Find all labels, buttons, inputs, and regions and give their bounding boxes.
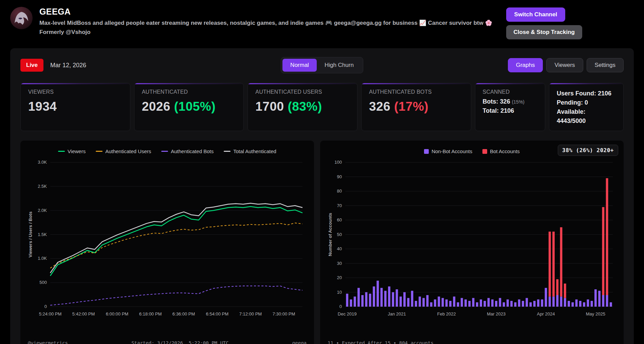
- users-found-line: Users Found: 2106: [557, 89, 616, 98]
- auth-bots-swatch-icon: [161, 151, 168, 152]
- legend-item-viewers[interactable]: Viewers: [58, 148, 86, 154]
- live-badge: Live: [20, 59, 43, 72]
- svg-text:6:00:00 PM: 6:00:00 PM: [106, 311, 129, 316]
- mode-normal-option[interactable]: Normal: [282, 59, 317, 72]
- stats-row: VIEWERS 1934 AUTHENTICATED 2026 (105%) A…: [20, 83, 624, 131]
- stream-date: Mar 12, 2026: [50, 62, 86, 69]
- svg-text:80: 80: [337, 188, 342, 194]
- stat-card-auth-bots: AUTHENTICATED BOTS 326 (17%): [361, 83, 471, 131]
- auth-users-percent: (83%): [288, 99, 322, 113]
- channel-bio-line1: Max-level MidBoss and alleged people eat…: [39, 19, 506, 28]
- toolbar-left: Live Mar 12, 2026: [20, 59, 281, 72]
- stat-card-scanned: SCANNED Bots: 326 (15%) Total: 2106: [475, 83, 545, 131]
- auth-bots-label: AUTHENTICATED BOTS: [369, 89, 463, 95]
- auth-users-number: 1700: [255, 99, 284, 113]
- channel-name: GEEGA: [39, 7, 506, 17]
- auth-users-label: AUTHENTICATED USERS: [255, 89, 350, 95]
- legend-auth-bots-label: Authenticated Bots: [171, 148, 214, 154]
- line-chart-panel: Viewers Authenticated Users Authenticate…: [20, 141, 314, 344]
- account-bar-chart: 0102030405060708090100Dec 2019Jan 2021Fe…: [326, 158, 618, 319]
- auth-users-value: 1700 (83%): [255, 99, 350, 114]
- legend-item-bot[interactable]: Bot Accounts: [482, 148, 520, 154]
- growth-badge: 38% (26%) 2020+: [558, 145, 618, 156]
- svg-text:May 2025: May 2025: [586, 311, 605, 316]
- bot-swatch-icon: [482, 149, 487, 154]
- svg-text:0: 0: [44, 304, 47, 309]
- legend-item-total-auth[interactable]: Total Authenticated: [224, 148, 276, 154]
- scanned-bots-percent: (15%): [512, 99, 525, 105]
- svg-text:6:54:00 PM: 6:54:00 PM: [206, 311, 229, 316]
- stat-card-capacity: Users Found: 2106 Pending: 0 Available: …: [549, 83, 624, 131]
- svg-text:50: 50: [337, 232, 342, 237]
- channel-info: GEEGA Max-level MidBoss and alleged peop…: [39, 7, 506, 36]
- viewers-swatch-icon: [58, 151, 65, 152]
- dashboard-panel: Live Mar 12, 2026 Normal High Churn Grap…: [10, 48, 634, 344]
- viewers-tab-button[interactable]: Viewers: [546, 58, 583, 72]
- svg-text:60: 60: [337, 217, 342, 222]
- svg-text:Number of Accounts: Number of Accounts: [328, 213, 333, 256]
- legend-bot-label: Bot Accounts: [490, 148, 520, 154]
- scanned-total-line: Total: 2106: [483, 106, 537, 115]
- svg-text:10: 10: [337, 290, 342, 295]
- toolbar-right: Graphs Viewers Settings: [363, 58, 624, 72]
- authenticated-value: 2026 (105%): [142, 99, 236, 114]
- svg-text:30: 30: [337, 261, 342, 266]
- svg-text:6:36:00 PM: 6:36:00 PM: [172, 311, 195, 316]
- line-chart-legend: Viewers Authenticated Users Authenticate…: [26, 145, 308, 158]
- svg-text:100: 100: [334, 160, 342, 165]
- available-label-line: Available:: [557, 107, 616, 116]
- svg-text:Feb 2022: Feb 2022: [437, 311, 456, 316]
- svg-text:3.0K: 3.0K: [38, 160, 47, 165]
- legend-auth-users-label: Authenticated Users: [105, 148, 151, 154]
- close-stop-tracking-button[interactable]: Close & Stop Tracking: [506, 25, 582, 39]
- line-chart-footer: @viewermetrics Started: 3/12/2026, 5:22:…: [26, 340, 308, 344]
- stat-card-viewers: VIEWERS 1934: [20, 83, 130, 131]
- svg-text:1.5K: 1.5K: [38, 232, 47, 237]
- bar-footer-stats: 11 • Expected After 15 • 804 accounts: [328, 340, 434, 344]
- legend-item-nonbot[interactable]: Non-Bot Accounts: [424, 148, 472, 154]
- svg-text:Dec 2019: Dec 2019: [338, 311, 357, 316]
- mode-high-churn-option[interactable]: High Churn: [317, 59, 362, 72]
- svg-text:70: 70: [337, 203, 342, 208]
- channel-bio-line2: Formerly @Vshojo: [39, 28, 506, 37]
- svg-text:Viewers / Users / Bots: Viewers / Users / Bots: [28, 212, 33, 258]
- bar-chart-panel: Non-Bot Accounts Bot Accounts 38% (26%) …: [320, 141, 624, 344]
- legend-item-auth-bots[interactable]: Authenticated Bots: [161, 148, 214, 154]
- auth-bots-number: 326: [369, 99, 390, 113]
- toolbar: Live Mar 12, 2026 Normal High Churn Grap…: [20, 57, 624, 73]
- scanned-bots-line: Bots: 326 (15%): [483, 97, 537, 106]
- svg-text:Mar 2023: Mar 2023: [487, 311, 505, 316]
- legend-nonbot-label: Non-Bot Accounts: [431, 148, 472, 154]
- viewers-value: 1934: [28, 99, 123, 114]
- footer-channel: geega: [292, 340, 307, 344]
- svg-text:5:42:00 PM: 5:42:00 PM: [72, 311, 95, 316]
- svg-text:7:12:00 PM: 7:12:00 PM: [239, 311, 262, 316]
- settings-tab-button[interactable]: Settings: [587, 58, 624, 72]
- bar-chart-footer: 11 • Expected After 15 • 804 accounts: [326, 340, 618, 344]
- legend-item-auth-users[interactable]: Authenticated Users: [96, 148, 151, 154]
- graphs-tab-button[interactable]: Graphs: [508, 58, 543, 72]
- stat-card-auth-users: AUTHENTICATED USERS 1700 (83%): [247, 83, 357, 131]
- svg-text:20: 20: [337, 275, 342, 280]
- svg-text:90: 90: [337, 174, 342, 179]
- total-auth-swatch-icon: [224, 151, 231, 152]
- legend-total-auth-label: Total Authenticated: [233, 148, 276, 154]
- svg-text:500: 500: [39, 280, 47, 285]
- header-actions: Switch Channel Close & Stop Tracking: [506, 7, 582, 39]
- stat-card-authenticated: AUTHENTICATED 2026 (105%): [134, 83, 244, 131]
- auth-bots-value: 326 (17%): [369, 99, 463, 114]
- mode-toggle: Normal High Churn: [281, 57, 363, 73]
- footer-started: Started: 3/12/2026, 5:22:00 PM UTC: [131, 340, 229, 344]
- switch-channel-button[interactable]: Switch Channel: [506, 7, 566, 22]
- svg-text:2.5K: 2.5K: [38, 184, 47, 189]
- svg-text:6:18:00 PM: 6:18:00 PM: [139, 311, 162, 316]
- svg-text:0: 0: [339, 304, 342, 309]
- svg-text:40: 40: [337, 246, 342, 251]
- charts-row: Viewers Authenticated Users Authenticate…: [20, 141, 624, 344]
- viewer-line-chart: 05001.0K1.5K2.0K2.5K3.0K5:24:00 PM5:42:0…: [26, 158, 308, 319]
- avatar-image: [10, 7, 33, 29]
- viewers-label: VIEWERS: [28, 89, 123, 95]
- legend-viewers-label: Viewers: [68, 148, 86, 154]
- auth-bots-percent: (17%): [394, 99, 428, 113]
- authenticated-percent: (105%): [174, 99, 216, 113]
